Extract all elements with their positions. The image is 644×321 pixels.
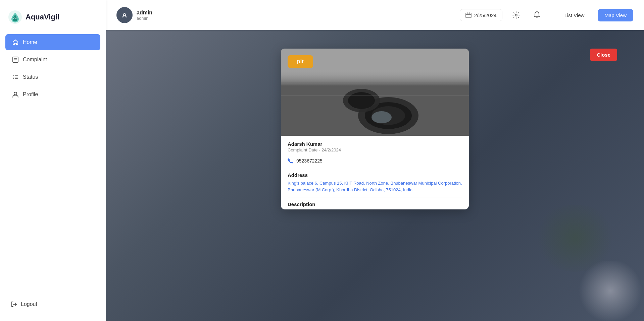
phone-row: Complaint Date - 24/2/2024 (288, 147, 462, 154)
sidebar-item-profile[interactable]: Profile (5, 86, 100, 103)
svg-rect-13 (466, 13, 471, 18)
username: admin (137, 10, 152, 16)
phone-display: 9523672225 (288, 158, 462, 164)
complaint-modal: pit Adarsh Kumar Complaint Date - 24/2/2… (281, 49, 469, 209)
user-area: A admin admin (116, 7, 152, 23)
sidebar-item-home-label: Home (23, 39, 37, 45)
close-button[interactable]: Close (590, 49, 617, 61)
avatar: A (116, 7, 133, 23)
svg-point-26 (371, 111, 392, 123)
map-area: Close (106, 30, 644, 321)
logout-button[interactable]: Logout (0, 294, 106, 314)
sidebar-item-status-label: Status (23, 74, 38, 80)
logo-area: AquaVigil (0, 7, 106, 34)
address-title: Address (288, 172, 462, 178)
complaint-date: Complaint Date - 24/2/2024 (288, 147, 341, 152)
sidebar-nav: Home Complaint Status (0, 34, 106, 294)
complaint-icon (12, 56, 19, 63)
map-decoration-3 (577, 261, 644, 321)
list-view-button[interactable]: List View (558, 9, 591, 21)
gear-icon (512, 11, 520, 19)
phone-number: 9523672225 (296, 158, 323, 164)
address-text: King's palace 6, Campus 15, KIIT Road, N… (288, 180, 462, 193)
description-title: Description (288, 201, 462, 207)
modal-scroll[interactable]: pit Adarsh Kumar Complaint Date - 24/2/2… (281, 49, 469, 209)
svg-rect-29 (281, 69, 469, 85)
svg-point-11 (14, 92, 17, 95)
divider-1 (288, 168, 462, 168)
modal-body: Adarsh Kumar Complaint Date - 24/2/2024 … (281, 136, 469, 209)
svg-point-25 (348, 92, 375, 109)
date-value: 2/25/2024 (474, 12, 497, 18)
complaint-user-name: Adarsh Kumar (288, 141, 462, 147)
profile-icon (12, 91, 19, 98)
sidebar-item-complaint[interactable]: Complaint (5, 52, 100, 68)
svg-point-17 (515, 14, 517, 16)
map-view-button[interactable]: Map View (598, 9, 633, 21)
settings-button[interactable] (509, 8, 523, 22)
main-content: A admin admin 2/25/2024 (106, 0, 644, 321)
status-icon (12, 74, 19, 80)
home-icon (12, 39, 19, 46)
pit-badge: pit (288, 55, 313, 68)
app-name: AquaVigil (26, 13, 59, 21)
description-text: As an admin, in the situation of a pit i… (288, 209, 462, 209)
date-display: 2/25/2024 (460, 9, 502, 21)
user-info: admin admin (137, 10, 152, 21)
user-role: admin (137, 16, 152, 21)
logout-icon (11, 301, 17, 308)
sidebar-item-profile-label: Profile (23, 91, 38, 98)
aquavigil-logo-icon (8, 10, 22, 24)
logout-label: Logout (21, 301, 37, 307)
phone-icon (288, 158, 294, 164)
sidebar: AquaVigil Home Complaint (0, 0, 106, 321)
notification-button[interactable] (530, 8, 544, 22)
calendar-icon (465, 12, 472, 18)
bell-icon (533, 11, 541, 19)
sidebar-item-status[interactable]: Status (5, 69, 100, 85)
sidebar-item-complaint-label: Complaint (23, 57, 47, 63)
header: A admin admin 2/25/2024 (106, 0, 644, 30)
divider-2 (288, 197, 462, 197)
sidebar-item-home[interactable]: Home (5, 34, 100, 50)
complaint-image-container: pit (281, 49, 469, 136)
header-divider (551, 8, 551, 22)
